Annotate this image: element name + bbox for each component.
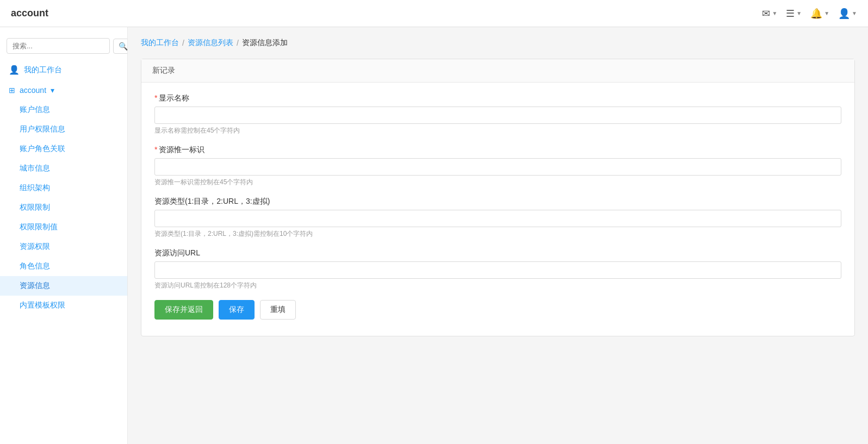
email-dropdown-arrow: ▼ (772, 10, 777, 16)
sidebar-sub-item-9[interactable]: 资源信息 (0, 276, 127, 296)
sidebar-sub-item-8[interactable]: 角色信息 (0, 257, 127, 276)
form-label-resource-id: *资源惟一标识 (154, 145, 841, 155)
sidebar-sub-item-5[interactable]: 权限限制 (0, 198, 127, 217)
form-card: 新记录 *显示名称 显示名称需控制在45个字符内 *资源惟一标识 (141, 59, 855, 336)
search-icon: 🔍 (119, 42, 128, 51)
search-box: 🔍 (0, 33, 127, 59)
form-group-resource-url: 资源访问URL 资源访问URL需控制在128个字符内 (154, 248, 841, 290)
email-icon: ✉ (762, 8, 770, 20)
grid-icon: ⊞ (9, 86, 15, 95)
sidebar-sub-item-3[interactable]: 城市信息 (0, 159, 127, 178)
hint-resource-type: 资源类型(1:目录，2:URL，3:虚拟)需控制在10个字符内 (154, 229, 841, 239)
search-button[interactable]: 🔍 (113, 39, 128, 54)
form-label-resource-url: 资源访问URL (154, 248, 841, 258)
menu-dropdown-arrow: ▼ (796, 10, 802, 16)
sidebar-sub-item-7[interactable]: 资源权限 (0, 237, 127, 257)
sidebar-sub-item-2[interactable]: 账户角色关联 (0, 139, 127, 159)
form-card-title: 新记录 (152, 66, 175, 74)
user-icon-btn[interactable]: 👤 ▼ (838, 8, 857, 20)
save-button[interactable]: 保存 (219, 300, 255, 320)
form-group-resource-id: *资源惟一标识 资源惟一标识需控制在45个字符内 (154, 145, 841, 187)
sidebar-item-workbench[interactable]: 👤 我的工作台 (0, 59, 127, 80)
sidebar-item-label: 权限限制 (20, 203, 50, 211)
breadcrumb-link-0[interactable]: 我的工作台 (141, 38, 179, 48)
workbench-label: 我的工作台 (24, 65, 119, 75)
bell-icon-btn[interactable]: 🔔 ▼ (810, 8, 829, 20)
sidebar-item-label: 权限限制值 (20, 222, 58, 231)
sidebar-sub-item-1[interactable]: 用户权限信息 (0, 120, 127, 139)
input-resource-id[interactable] (154, 158, 841, 176)
search-input[interactable] (7, 38, 110, 54)
sidebar-sub-item-10[interactable]: 内置模板权限 (0, 296, 127, 315)
menu-icon-btn[interactable]: ☰ ▼ (786, 8, 802, 20)
input-resource-type[interactable] (154, 210, 841, 227)
sidebar-item-label: 资源权限 (20, 242, 50, 251)
reset-button[interactable]: 重填 (260, 300, 296, 320)
form-group-resource-type: 资源类型(1:目录，2:URL，3:虚拟) 资源类型(1:目录，2:URL，3:… (154, 197, 841, 239)
layout: 🔍 👤 我的工作台 ⊞ account ▾ 账户信息 用户权限信息 账户角色关联… (0, 27, 868, 444)
header-right: ✉ ▼ ☰ ▼ 🔔 ▼ 👤 ▼ (762, 8, 857, 20)
sidebar-sub-item-4[interactable]: 组织架构 (0, 178, 127, 198)
workbench-icon: 👤 (9, 65, 20, 75)
form-label-display-name: *显示名称 (154, 93, 841, 103)
breadcrumb-link-1[interactable]: 资源信息列表 (188, 38, 233, 48)
email-icon-btn[interactable]: ✉ ▼ (762, 8, 777, 20)
breadcrumb-sep-1: / (237, 39, 239, 47)
sidebar-item-label: 资源信息 (20, 281, 50, 290)
form-card-body: *显示名称 显示名称需控制在45个字符内 *资源惟一标识 资源惟一标识需控制在4… (141, 83, 854, 336)
sidebar-sub-item-0[interactable]: 账户信息 (0, 100, 127, 120)
input-display-name[interactable] (154, 107, 841, 124)
breadcrumb-current: 资源信息添加 (242, 38, 288, 48)
required-mark: * (154, 93, 157, 102)
bell-icon: 🔔 (810, 8, 822, 20)
required-mark: * (154, 145, 157, 154)
hint-resource-id: 资源惟一标识需控制在45个字符内 (154, 178, 841, 187)
bell-dropdown-arrow: ▼ (824, 10, 829, 16)
user-dropdown-arrow: ▼ (852, 10, 857, 16)
top-header: account ✉ ▼ ☰ ▼ 🔔 ▼ 👤 ▼ (0, 0, 868, 27)
sidebar-item-label: 用户权限信息 (20, 124, 65, 133)
main-content: 我的工作台 / 资源信息列表 / 资源信息添加 新记录 *显示名称 显示名称需控… (128, 27, 868, 444)
breadcrumb-sep-0: / (182, 39, 184, 47)
hint-display-name: 显示名称需控制在45个字符内 (154, 126, 841, 135)
sidebar-item-label: 城市信息 (20, 164, 50, 172)
chevron-down-icon: ▾ (51, 86, 54, 95)
sidebar-item-label: 角色信息 (20, 261, 50, 270)
breadcrumb: 我的工作台 / 资源信息列表 / 资源信息添加 (141, 38, 855, 48)
input-resource-url[interactable] (154, 261, 841, 279)
form-card-header: 新记录 (141, 59, 854, 83)
hint-resource-url: 资源访问URL需控制在128个字符内 (154, 281, 841, 290)
sidebar: 🔍 👤 我的工作台 ⊞ account ▾ 账户信息 用户权限信息 账户角色关联… (0, 27, 128, 444)
menu-icon: ☰ (786, 8, 795, 20)
sidebar-group-account[interactable]: ⊞ account ▾ (0, 80, 127, 100)
form-group-display-name: *显示名称 显示名称需控制在45个字符内 (154, 93, 841, 135)
sidebar-item-label: 组织架构 (20, 183, 50, 192)
form-actions: 保存并返回 保存 重填 (154, 300, 841, 320)
sidebar-item-label: 内置模板权限 (20, 301, 65, 309)
form-label-resource-type: 资源类型(1:目录，2:URL，3:虚拟) (154, 197, 841, 207)
sidebar-sub-item-6[interactable]: 权限限制值 (0, 217, 127, 237)
save-return-button[interactable]: 保存并返回 (154, 300, 213, 320)
header-logo: account (11, 8, 48, 19)
sidebar-item-label: 账户角色关联 (20, 144, 65, 153)
group-label: account (20, 86, 46, 95)
sidebar-item-label: 账户信息 (20, 105, 50, 114)
user-icon: 👤 (838, 8, 850, 20)
